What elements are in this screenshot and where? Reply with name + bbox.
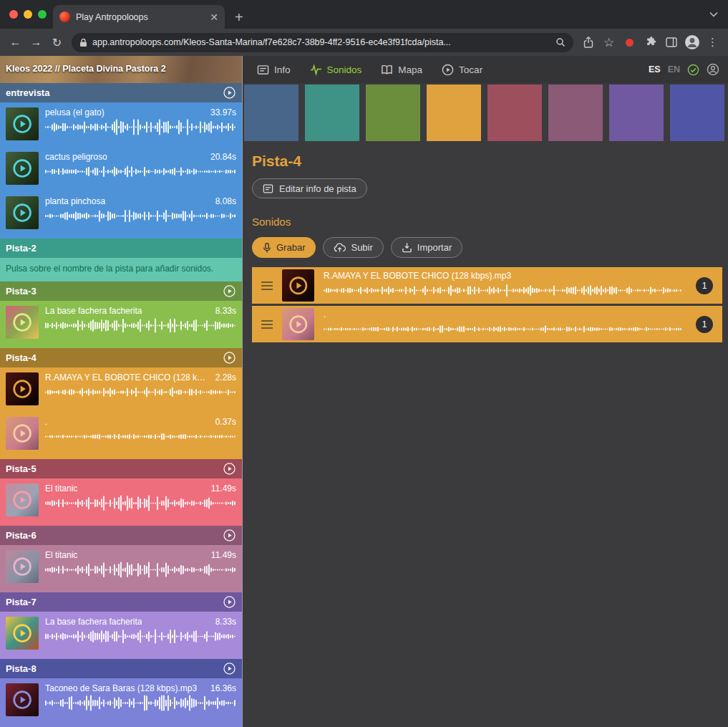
upload-button[interactable]: Subir bbox=[323, 237, 383, 258]
track-body-pista-6: El titanic11.49s bbox=[0, 545, 242, 592]
track-play-button[interactable] bbox=[223, 86, 236, 100]
sound-thumbnail[interactable] bbox=[6, 372, 39, 405]
drag-handle[interactable] bbox=[252, 267, 282, 304]
track-play-button[interactable] bbox=[223, 529, 236, 542]
zoom-indicator-icon[interactable] bbox=[555, 37, 566, 47]
sound-item[interactable]: El titanic11.49s bbox=[0, 545, 242, 589]
track-header-pista-2[interactable]: Pista-2 bbox=[0, 239, 242, 258]
swatch-track-7[interactable] bbox=[609, 85, 664, 141]
drag-handle-icon bbox=[261, 324, 273, 325]
sound-row[interactable]: . 1 bbox=[252, 306, 722, 342]
import-button[interactable]: Importar bbox=[391, 237, 462, 258]
play-overlay-icon bbox=[11, 377, 34, 400]
track-header-pista-3[interactable]: Pista-3 bbox=[0, 281, 242, 301]
track-header-entrevista[interactable]: entrevista bbox=[0, 83, 242, 102]
track-header-pista-7[interactable]: Pista-7 bbox=[0, 592, 242, 612]
profile-avatar[interactable] bbox=[682, 32, 702, 52]
sound-item[interactable]: Taconeo de Sara Baras (128 kbps).mp316.3… bbox=[0, 678, 242, 723]
browser-menu-button[interactable]: ⋮ bbox=[703, 32, 722, 52]
swatch-track-4-selected[interactable] bbox=[427, 85, 481, 141]
url-text: app.antropoloops.com/Kleos-Santa-Marina/… bbox=[92, 37, 550, 47]
sound-thumbnail[interactable] bbox=[6, 617, 39, 650]
page-title: Pista-4 bbox=[252, 153, 722, 170]
swatch-track-8[interactable] bbox=[670, 85, 724, 141]
project-banner[interactable]: Kleos 2022 // Placeta Divina Pastora 2 bbox=[0, 56, 243, 83]
loop-count-badge: 1 bbox=[696, 316, 713, 333]
back-button[interactable]: ← bbox=[6, 32, 25, 52]
track-header-pista-5[interactable]: Pista-5 bbox=[0, 459, 242, 478]
extensions-puzzle-icon[interactable] bbox=[641, 32, 660, 52]
track-header-pista-4[interactable]: Pista-4 bbox=[0, 348, 242, 367]
sound-item[interactable]: El titanic11.49s bbox=[0, 478, 242, 523]
swatch-track-3[interactable] bbox=[366, 85, 420, 141]
swatch-track-5[interactable] bbox=[487, 85, 542, 141]
sound-item[interactable]: La base fachera facherita8.33s bbox=[0, 612, 242, 656]
track-name: Pista-8 bbox=[6, 663, 37, 674]
sound-item[interactable]: cactus peligroso20.84s bbox=[0, 147, 242, 191]
play-overlay-icon bbox=[11, 555, 34, 578]
sound-thumbnail[interactable] bbox=[6, 152, 39, 185]
sound-thumbnail[interactable] bbox=[6, 683, 39, 716]
waveform bbox=[45, 428, 236, 445]
edit-track-info-button[interactable]: Editar info de pista bbox=[252, 178, 367, 198]
sound-thumbnail[interactable] bbox=[6, 550, 39, 583]
sound-thumbnail[interactable] bbox=[282, 269, 314, 302]
swatch-track-6[interactable] bbox=[548, 85, 603, 141]
sound-title: cactus peligroso bbox=[45, 152, 107, 162]
window-zoom-button[interactable] bbox=[38, 10, 47, 19]
browser-tab[interactable]: Play Antropoloops ✕ bbox=[53, 5, 225, 29]
tracks-sidebar: entrevista pelusa (el gato)33.97s cactus… bbox=[0, 83, 243, 727]
tab-tocar[interactable]: Tocar bbox=[442, 64, 482, 76]
sound-thumbnail[interactable] bbox=[6, 417, 39, 450]
tab-tocar-label: Tocar bbox=[459, 64, 482, 75]
lang-en[interactable]: EN bbox=[668, 64, 680, 74]
new-tab-button[interactable]: + bbox=[235, 10, 243, 24]
sound-title: La base fachera facherita bbox=[45, 306, 142, 316]
track-play-button[interactable] bbox=[223, 462, 236, 476]
app-header: Kleos 2022 // Placeta Divina Pastora 2 I… bbox=[0, 56, 728, 83]
track-header-pista-6[interactable]: Pista-6 bbox=[0, 526, 242, 545]
sound-thumbnail[interactable] bbox=[6, 196, 39, 229]
sound-thumbnail[interactable] bbox=[6, 107, 39, 140]
bookmark-star-button[interactable]: ☆ bbox=[599, 32, 618, 52]
swatch-track-1[interactable] bbox=[244, 85, 299, 141]
track-play-button[interactable] bbox=[223, 595, 236, 609]
sound-item[interactable]: La base fachera facherita8.33s bbox=[0, 301, 242, 345]
tab-close-icon[interactable]: ✕ bbox=[210, 12, 218, 22]
address-bar[interactable]: app.antropoloops.com/Kleos-Santa-Marina/… bbox=[72, 33, 573, 52]
tab-mapa[interactable]: Mapa bbox=[381, 64, 422, 76]
sound-row[interactable]: R.AMAYA Y EL BOBOTE CHICO (128 kbps).mp3… bbox=[252, 267, 722, 304]
sound-duration: 11.49s bbox=[211, 483, 236, 494]
tab-favicon-icon bbox=[59, 11, 70, 22]
track-body-pista-7: La base fachera facherita8.33s bbox=[0, 612, 242, 659]
window-close-button[interactable] bbox=[9, 10, 18, 19]
sound-item[interactable]: pelusa (el gato)33.97s bbox=[0, 102, 242, 147]
side-panel-icon[interactable] bbox=[661, 32, 681, 52]
share-button[interactable] bbox=[578, 32, 598, 52]
lang-es[interactable]: ES bbox=[649, 64, 661, 74]
tab-overflow-chevron-icon[interactable] bbox=[709, 7, 718, 20]
record-extension-icon[interactable] bbox=[620, 32, 639, 52]
sound-thumbnail[interactable] bbox=[6, 306, 39, 339]
sound-title: El titanic bbox=[45, 483, 77, 494]
track-play-button[interactable] bbox=[223, 351, 236, 365]
tab-info[interactable]: Info bbox=[257, 64, 291, 76]
account-icon[interactable] bbox=[707, 63, 719, 76]
record-button[interactable]: Grabar bbox=[252, 237, 316, 258]
waveform bbox=[45, 317, 236, 334]
sound-title: R.AMAYA Y EL BOBOTE CHICO (128 kbps).... bbox=[45, 372, 210, 382]
sound-thumbnail[interactable] bbox=[6, 483, 39, 516]
track-play-button[interactable] bbox=[223, 662, 236, 675]
sound-item[interactable]: .0.37s bbox=[0, 412, 242, 456]
tab-sonidos[interactable]: Sonidos bbox=[310, 64, 362, 76]
track-play-button[interactable] bbox=[223, 284, 236, 298]
swatch-track-2[interactable] bbox=[305, 85, 359, 141]
sound-item[interactable]: R.AMAYA Y EL BOBOTE CHICO (128 kbps)....… bbox=[0, 367, 242, 412]
sound-item[interactable]: planta pinchosa8.08s bbox=[0, 191, 242, 236]
drag-handle[interactable] bbox=[252, 306, 282, 342]
track-header-pista-8[interactable]: Pista-8 bbox=[0, 659, 242, 678]
reload-button[interactable]: ↻ bbox=[47, 32, 67, 52]
sound-thumbnail[interactable] bbox=[282, 308, 314, 340]
window-minimize-button[interactable] bbox=[24, 10, 32, 19]
forward-button[interactable]: → bbox=[26, 32, 46, 52]
